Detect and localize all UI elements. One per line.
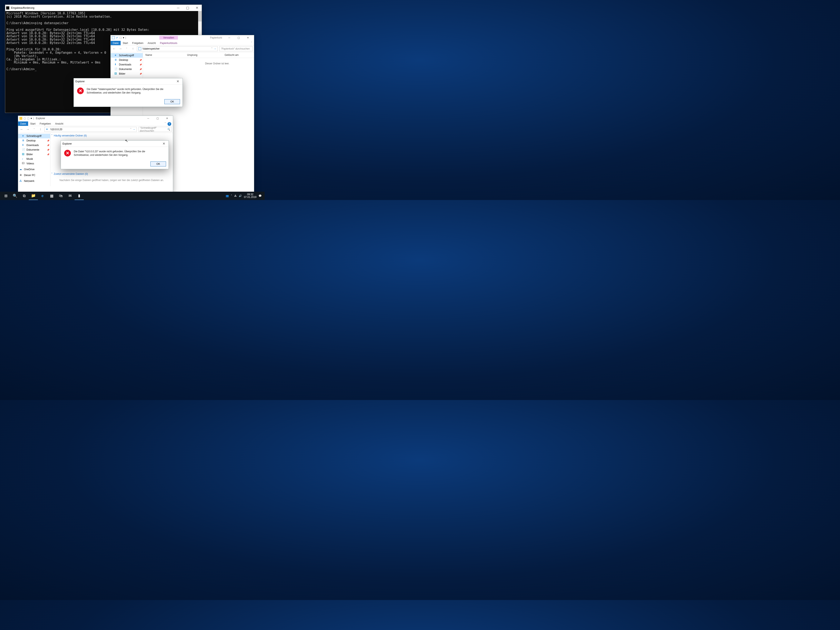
tab-file[interactable]: Datei [18, 122, 28, 126]
volume-tray-icon[interactable]: 🔊 [239, 194, 242, 197]
nav-back-button[interactable]: ← [19, 128, 24, 131]
tree-pictures[interactable]: 🖼Bilder📌 [18, 152, 50, 157]
taskbar-cmd[interactable]: ▮ [74, 192, 84, 200]
tree-onedrive[interactable]: ☁OneDrive [18, 167, 50, 172]
qat-check-icon[interactable]: ✔ [116, 36, 118, 39]
tab-start[interactable]: Start [28, 122, 38, 126]
empty-folder-text: Dieser Ordner ist leer. [180, 58, 254, 69]
section-frequent-folders[interactable]: ˅Häufig verwendete Ordner (6) [51, 133, 173, 138]
address-bar[interactable]: ★ \\10.0.0.20 ˅ → [44, 127, 137, 132]
minimize-button[interactable]: ─ [224, 35, 234, 41]
nav-forward-button[interactable]: → [118, 47, 123, 51]
col-name[interactable]: Name [143, 54, 185, 57]
maximize-button[interactable]: ▢ [183, 5, 192, 11]
taskview-button[interactable]: ⧉ [20, 192, 29, 200]
tree-pictures[interactable]: 🖼Bilder📌 [111, 71, 143, 76]
tree-desktop[interactable]: 🖥Desktop📌 [18, 138, 50, 143]
clock[interactable]: 09:32 07.01.2019 [244, 193, 256, 199]
tree-documents[interactable]: 📄Dokumente📌 [111, 67, 143, 71]
tree-label: Bilder [119, 72, 125, 75]
search-button[interactable]: 🔍 [10, 192, 20, 200]
maximize-button[interactable]: ▢ [153, 115, 162, 122]
nav-bar: ← → ˅ ↑ ★ \\10.0.0.20 ˅ → "Schnellzugrif… [18, 126, 173, 133]
col-deleted[interactable]: Gelöscht am [222, 54, 241, 57]
address-bar[interactable]: \\datenspeicher ˅ → [137, 46, 218, 51]
nav-forward-button[interactable]: → [25, 128, 30, 131]
close-button[interactable]: ✕ [159, 141, 169, 147]
minimize-button[interactable]: ─ [174, 5, 183, 11]
address-dropdown-icon[interactable]: ˅ [211, 47, 213, 50]
tree-downloads[interactable]: ⬇Downloads📌 [18, 143, 50, 147]
close-button[interactable]: ✕ [192, 5, 202, 11]
taskbar-edge[interactable]: e [38, 192, 47, 200]
search-input[interactable]: "Papierkorb" durchsuchen [219, 46, 253, 51]
tab-recyclebin-tools[interactable]: Papierkorbtools [158, 41, 179, 45]
pin-icon: 📌 [47, 144, 49, 147]
nav-tree: ★Schnellzugriff 🖥Desktop📌 ⬇Downloads📌 📄D… [18, 133, 51, 186]
contextual-tab-group: Verwalten [159, 36, 178, 39]
taskbar-app[interactable]: ▦ [47, 192, 56, 200]
network-tray-icon[interactable]: 🖧 [234, 194, 237, 197]
tab-view[interactable]: Ansicht [145, 41, 158, 45]
tree-desktop[interactable]: 🖥Desktop📌 [111, 58, 143, 62]
ok-button[interactable]: OK [150, 161, 166, 166]
column-headers[interactable]: Name Ursprung Gelöscht am [143, 52, 254, 58]
tab-view[interactable]: Ansicht [53, 122, 65, 126]
taskbar-explorer[interactable]: 📁 [29, 192, 38, 200]
ok-button[interactable]: OK [164, 99, 180, 104]
col-origin[interactable]: Ursprung [185, 54, 222, 57]
qat-dropdown-icon[interactable]: ▾ [31, 117, 32, 120]
tree-label: Netzwerk [24, 180, 35, 183]
minimize-button[interactable]: ─ [144, 115, 153, 122]
qat-folder-icon[interactable]: ▢ [119, 36, 122, 39]
tree-label: Desktop [119, 58, 128, 62]
taskbar: ⊞ 🔍 ⧉ 📁 e ▦ 🛍 ✉ ▮ 👥 ˄ 🖧 🔊 09:32 07.01.20… [0, 192, 265, 200]
tree-this-pc[interactable]: 🖥Dieser PC [18, 173, 50, 177]
tab-share[interactable]: Freigeben [130, 41, 145, 45]
qat-icon[interactable]: ▢ [24, 117, 26, 120]
pin-icon: 📌 [47, 149, 49, 151]
tab-start[interactable]: Start [121, 41, 130, 45]
tree-documents[interactable]: 📄Dokumente📌 [18, 147, 50, 152]
address-go-icon[interactable]: → [133, 128, 135, 131]
nav-back-button[interactable]: ← [112, 47, 117, 51]
close-button[interactable]: ✕ [162, 115, 172, 122]
qat-dropdown-icon[interactable]: ▾ [123, 36, 124, 39]
tab-share[interactable]: Freigeben [38, 122, 53, 126]
tree-quick-access[interactable]: ★Schnellzugriff [111, 53, 143, 58]
help-icon[interactable]: ? [167, 122, 171, 126]
nav-recent-dropdown[interactable]: ˅ [32, 128, 36, 131]
tray-overflow-icon[interactable]: ˄ [231, 194, 232, 197]
people-icon[interactable]: 👥 [226, 194, 229, 197]
taskbar-store[interactable]: 🛍 [56, 192, 65, 200]
close-button[interactable]: ✕ [243, 35, 253, 41]
close-button[interactable]: ✕ [173, 78, 183, 85]
section-recent-files[interactable]: ˅Zuletzt verwendete Dateien (0) [51, 171, 173, 177]
cmd-titlebar[interactable]: Eingabeaufforderung ─ ▢ ✕ [5, 5, 202, 11]
qat-icon[interactable]: ▢ [27, 117, 29, 120]
window-title: Explorer [36, 117, 46, 120]
nav-up-button[interactable]: ↑ [131, 47, 135, 51]
address-dropdown-icon[interactable]: ˅ [130, 128, 131, 131]
address-go-icon[interactable]: → [214, 47, 216, 50]
tree-music[interactable]: ♪Musik [18, 157, 50, 161]
ribbon-tabs: Datei Start Freigeben Ansicht Papierkorb… [111, 40, 254, 45]
nav-recent-dropdown[interactable]: ˅ [125, 47, 129, 50]
download-icon: ⬇ [114, 63, 118, 66]
nav-up-button[interactable]: ↑ [38, 128, 43, 131]
start-button[interactable]: ⊞ [1, 192, 10, 200]
scroll-thumb[interactable] [198, 11, 202, 22]
tree-videos[interactable]: 🎞Videos [18, 161, 50, 166]
tree-network[interactable]: 🖧Netzwerk [18, 179, 50, 183]
tree-quick-access[interactable]: ★Schnellzugriff [18, 134, 50, 138]
ribbon-expand-icon[interactable]: ˅ [249, 41, 254, 45]
tab-file[interactable]: Datei [111, 41, 121, 45]
maximize-button[interactable]: ▢ [234, 35, 243, 41]
action-center-icon[interactable]: 💬 [259, 194, 262, 197]
tree-label: Schnellzugriff [27, 134, 41, 137]
taskbar-mail[interactable]: ✉ [65, 192, 74, 200]
ribbon-expand-icon[interactable]: ˅ [163, 121, 167, 126]
tree-label: Desktop [27, 139, 36, 142]
search-input[interactable]: "Schnellzugriff" durchsuchen 🔍 [138, 127, 172, 132]
tree-downloads[interactable]: ⬇Downloads📌 [111, 62, 143, 67]
